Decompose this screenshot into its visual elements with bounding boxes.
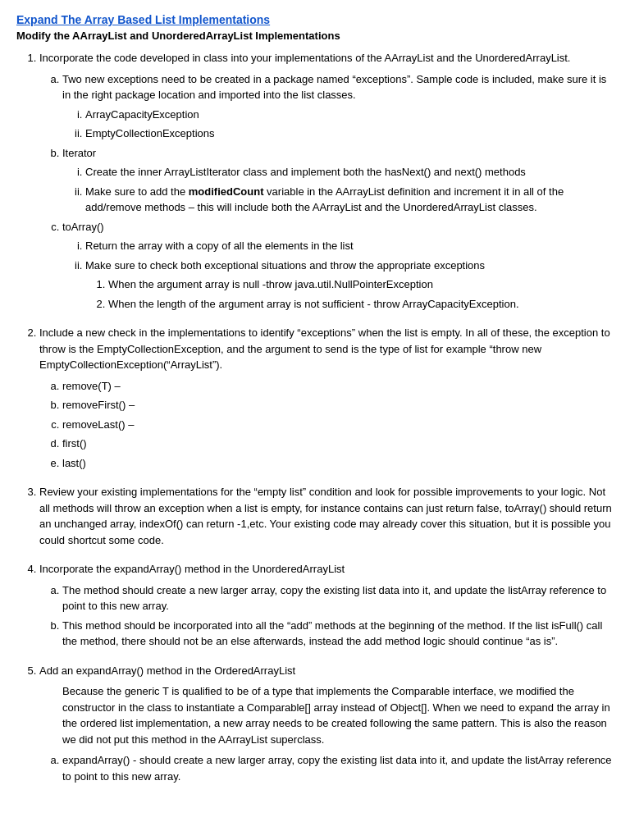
item-text: Iterator [62, 147, 96, 159]
list-item: Two new exceptions need to be created in… [62, 71, 614, 142]
list-item: Return the array with a copy of all the … [85, 238, 614, 254]
list-item: remove(T) – [62, 378, 614, 395]
section-text: Review your existing implementations for… [39, 486, 612, 546]
item-text: When the argument array is null -throw j… [108, 278, 433, 290]
item-text: EmptyCollectionExceptions [85, 127, 215, 139]
list-item: The method should create a new larger ar… [62, 582, 614, 614]
item-text: expandArray() - should create a new larg… [62, 754, 612, 783]
list-item: toArray() Return the array with a copy o… [62, 219, 614, 313]
list-item: expandArray() - should create a new larg… [62, 752, 614, 784]
list-item: Include a new check in the implementatio… [39, 325, 614, 471]
list-item: EmptyCollectionExceptions [85, 126, 614, 142]
item-text: This method should be incorporated into … [62, 619, 602, 648]
section-text: Incorporate the code developed in class … [39, 52, 570, 64]
list-item: removeLast() – [62, 417, 614, 433]
item-text: Make sure to check both exceptional situ… [85, 259, 485, 272]
item-text: Two new exceptions need to be created in… [62, 73, 606, 102]
main-list: Incorporate the code developed in class … [16, 50, 614, 784]
list-item: When the argument array is null -throw j… [108, 276, 614, 293]
alpha-list: The method should create a new larger ar… [39, 582, 614, 650]
list-item: removeFirst() – [62, 397, 614, 413]
list-item: last() [62, 455, 614, 472]
item-text: When the length of the argument array is… [108, 298, 519, 310]
item-text: first() [62, 437, 87, 450]
page-subtitle: Modify the AArrayList and UnorderedArray… [16, 30, 614, 42]
list-item: ArrayCapacityException [85, 107, 614, 123]
item-text: Return the array with a copy of all the … [85, 240, 354, 252]
item-text: The method should create a new larger ar… [62, 584, 606, 613]
list-item: Iterator Create the inner ArrayListItera… [62, 145, 614, 216]
page-title: Expand The Array Based List Implementati… [16, 13, 614, 26]
list-item: Incorporate the expandArray() method in … [39, 561, 614, 650]
list-item: Make sure to add the modifiedCount varia… [85, 184, 614, 216]
roman-list: Return the array with a copy of all the … [62, 238, 614, 312]
decimal-list: When the argument array is null -throw j… [85, 276, 614, 312]
list-item: When the length of the argument array is… [108, 296, 614, 313]
item-text: remove(T) – [62, 380, 121, 392]
intro-block: Because the generic T is qualified to be… [39, 683, 614, 747]
bold-text: modifiedCount [189, 185, 264, 198]
list-item: This method should be incorporated into … [62, 618, 614, 650]
section-text: Add an expandArray() method in the Order… [39, 664, 295, 677]
item-text: Create the inner ArrayListIterator class… [85, 166, 526, 178]
item-text: removeLast() – [62, 418, 134, 431]
list-item: Review your existing implementations for… [39, 484, 614, 548]
alpha-list: expandArray() - should create a new larg… [39, 752, 614, 784]
list-item: Incorporate the code developed in class … [39, 50, 614, 312]
item-text: last() [62, 457, 86, 469]
section-text: Include a new check in the implementatio… [39, 326, 610, 371]
alpha-list: remove(T) – removeFirst() – removeLast()… [39, 378, 614, 472]
list-item: Make sure to check both exceptional situ… [85, 258, 614, 313]
roman-list: ArrayCapacityException EmptyCollectionEx… [62, 107, 614, 142]
alpha-list: Two new exceptions need to be created in… [39, 71, 614, 313]
roman-list: Create the inner ArrayListIterator class… [62, 164, 614, 216]
list-item: first() [62, 436, 614, 452]
item-text: removeFirst() – [62, 399, 135, 411]
item-text: ArrayCapacityException [85, 108, 199, 121]
list-item: Create the inner ArrayListIterator class… [85, 164, 614, 180]
list-item: Add an expandArray() method in the Order… [39, 663, 614, 785]
intro-text: Because the generic T is qualified to be… [62, 683, 614, 747]
section-text: Incorporate the expandArray() method in … [39, 563, 345, 575]
item-text: toArray() [62, 221, 104, 233]
